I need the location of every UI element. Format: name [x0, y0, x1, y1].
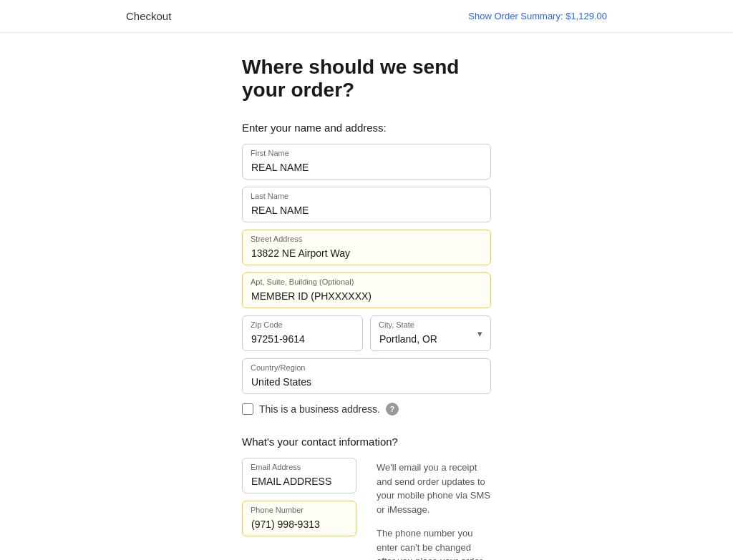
main-content: Where should we send your order? Enter y… [116, 33, 617, 560]
email-group: Email Address [242, 458, 356, 493]
phone-field: Phone Number [242, 501, 356, 536]
street-address-field: Street Address [242, 230, 491, 265]
help-icon[interactable]: ? [386, 403, 399, 416]
contact-info-text: We'll email you a receipt and send order… [377, 458, 491, 560]
email-info-text: We'll email you a receipt and send order… [377, 461, 491, 516]
contact-row: Email Address Phone Number We'll email y… [242, 458, 491, 560]
apt-suite-group: Apt, Suite, Building (Optional) [242, 272, 491, 308]
contact-section-label: What's your contact information? [242, 436, 491, 448]
city-state-select[interactable]: Portland, OR [370, 315, 491, 351]
country-group: Country/Region [242, 358, 491, 394]
page-heading: Where should we send your order? [242, 56, 491, 102]
first-name-field: First Name [242, 144, 491, 180]
first-name-group: First Name [242, 144, 491, 180]
contact-fields: Email Address Phone Number [242, 458, 356, 544]
address-section-label: Enter your name and address: [242, 122, 491, 134]
zip-city-row: Zip Code City, State Portland, OR [242, 315, 491, 351]
order-summary-link[interactable]: Show Order Summary: $1,129.00 [468, 11, 607, 21]
business-checkbox-row: This is a business address. ? [242, 403, 491, 416]
first-name-input[interactable] [242, 144, 491, 180]
street-address-input[interactable] [242, 230, 491, 265]
phone-group: Phone Number [242, 501, 356, 536]
email-field: Email Address [242, 458, 356, 493]
last-name-field: Last Name [242, 187, 491, 222]
apt-suite-field: Apt, Suite, Building (Optional) [242, 272, 491, 308]
phone-info-text: The phone number you enter can't be chan… [377, 526, 491, 560]
zip-code-input[interactable] [242, 315, 363, 351]
business-checkbox[interactable] [242, 403, 253, 415]
phone-input[interactable] [242, 501, 356, 536]
last-name-group: Last Name [242, 187, 491, 222]
email-input[interactable] [242, 458, 356, 493]
country-input[interactable] [242, 358, 491, 394]
street-address-group: Street Address [242, 230, 491, 265]
page-title: Checkout [126, 10, 171, 22]
city-state-field: City, State Portland, OR [370, 315, 491, 351]
country-field: Country/Region [242, 358, 491, 394]
zip-code-field: Zip Code [242, 315, 363, 351]
top-bar: Checkout Show Order Summary: $1,129.00 [0, 0, 733, 33]
last-name-input[interactable] [242, 187, 491, 222]
business-label: This is a business address. [259, 403, 380, 415]
apt-suite-input[interactable] [242, 272, 491, 308]
